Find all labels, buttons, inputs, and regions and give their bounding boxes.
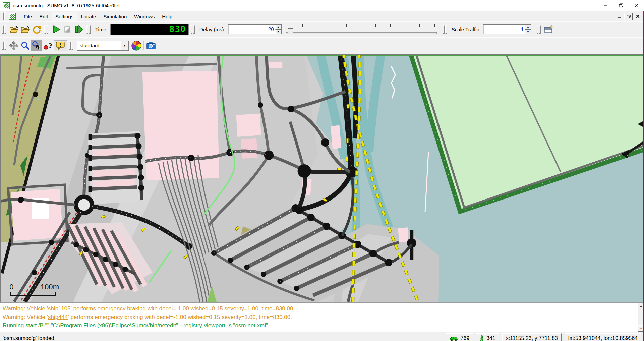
menu-simulation[interactable]: Simulation [100,12,130,21]
toolbar-grip[interactable] [69,42,73,50]
window-controls [598,0,644,11]
minimize-button[interactable] [598,0,613,11]
person-icon [480,335,484,341]
vehicle-count-button[interactable]: 769 [446,333,473,341]
delay-down-button[interactable]: ▼ [275,30,281,34]
vehicle-link[interactable]: ship444 [48,314,68,320]
scale-traffic-spinbox: 1 ▲ ▼ [483,24,531,34]
menu-file[interactable]: File [20,12,36,21]
scale-end-label: 100m [41,283,59,291]
scale-traffic-input[interactable]: 1 [483,25,525,34]
scale-up-button[interactable]: ▲ [525,25,531,30]
scale-down-button[interactable]: ▼ [525,30,531,34]
color-scheme-dropdown[interactable]: standard ▼ [77,41,129,51]
toolbar-grip[interactable] [86,25,91,34]
edit-coloring-button[interactable] [131,40,142,51]
stop-button[interactable] [62,24,73,35]
toolbar-grip[interactable] [2,42,6,50]
time-label: Time: [95,26,108,32]
message-log: Warning: Vehicle 'ship1105' performs eme… [0,302,644,332]
mdi-close-button[interactable] [634,13,642,20]
vehicle-count: 769 [461,335,470,341]
sumo-logo-button[interactable] [8,12,17,20]
mdi-minimize-button[interactable] [615,13,623,20]
roundabout [76,197,92,213]
title-bar: osm.sumocfg - SUMO v1_8_0+1925-6bf04e0fe… [0,0,644,11]
person-count: 341 [486,335,495,341]
step-icon [74,25,83,34]
open-config-button[interactable] [8,24,19,35]
toolbar-grip[interactable] [44,25,48,34]
close-icon [634,4,638,8]
slider-groove[interactable] [286,32,437,34]
scale-traffic-label: Scale Traffic: [452,26,480,32]
map-view: 0 100m [0,54,644,302]
log-line: Warning: Vehicle 'ship1105' performs eme… [3,304,635,313]
open-folder-icon [9,25,18,34]
toolbar-grip[interactable] [191,25,195,34]
close-button[interactable] [629,0,644,11]
menu-bar: File Edit Settings Locate Simulation Win… [0,11,644,21]
color-wheel-icon [131,41,141,51]
show-warnings-button[interactable]: ! [54,40,67,51]
delay-up-button[interactable]: ▲ [275,25,281,30]
car-icon [449,336,458,341]
mdi-restore-icon [627,15,631,18]
new-window-icon [544,25,553,34]
run-button[interactable] [50,24,62,35]
menu-edit[interactable]: Edit [36,12,52,21]
reload-button[interactable] [31,24,42,35]
scale-spin-buttons: ▲ ▼ [525,25,531,34]
new-view-button[interactable] [543,24,554,35]
menu-settings[interactable]: Settings [52,12,77,21]
screenshot-button[interactable] [145,40,157,51]
menubar-grip[interactable] [2,12,6,20]
toolbar-grip[interactable] [443,25,447,34]
restore-icon [619,3,623,8]
cursor-position-xy: x:11155.23, y:7711.83 [502,333,562,341]
sumo-window: osm.sumocfg - SUMO v1_8_0+1925-6bf04e0fe… [0,0,644,341]
scale-start-label: 0 [9,283,13,291]
color-scheme-value: standard [77,41,121,50]
recenter-view-button[interactable] [8,40,19,51]
magnifier-icon [21,41,30,50]
menu-help[interactable]: Help [158,12,176,21]
toggle-zoom-style-button[interactable] [31,40,42,51]
camera-icon [146,41,156,50]
person-count-button[interactable]: 341 [476,333,499,341]
toolbar-grip[interactable] [2,25,6,34]
log-line: Running start /B "" "C:\Program Files (x… [3,321,635,330]
help-button[interactable]: ? [42,40,54,51]
mdi-window-controls [615,13,642,20]
move-arrows-icon [9,41,18,50]
delay-slider[interactable] [285,23,437,36]
sumo-logo-icon [9,13,16,20]
edit-viewport-button[interactable] [19,40,31,51]
stop-icon [63,25,72,34]
play-icon [51,25,61,34]
reload-icon [32,25,41,34]
menu-locate[interactable]: Locate [77,12,100,21]
view-toolbar: ? ! standard ▼ [0,37,644,54]
delay-spin-buttons: ▲ ▼ [275,25,281,34]
open-folder-network-icon [21,25,30,34]
warning-bubble-icon: ! [56,41,65,50]
svg-text:!: ! [59,42,61,48]
help-icon: ? [43,41,53,50]
step-button[interactable] [73,24,84,35]
map-canvas[interactable]: 0 100m [1,55,643,302]
toolbar-grip[interactable] [537,25,541,34]
status-message: 'osm.sumocfg' loaded. [3,335,443,341]
vehicle-link[interactable]: ship1105 [48,305,71,312]
status-bar: 'osm.sumocfg' loaded. 769 341 x:11155.23… [0,332,644,341]
open-network-button[interactable] [19,24,31,35]
menu-windows[interactable]: Windows [130,12,158,21]
slider-ticks [288,24,435,27]
window-title: osm.sumocfg - SUMO v1_8_0+1925-6bf04e0fe… [13,3,120,8]
cursor-position-geo: lat:53.941044, lon:10.859564 [565,333,641,341]
delay-input[interactable]: 20 [228,25,275,34]
restore-button[interactable] [613,0,629,11]
dropdown-arrow-icon[interactable]: ▼ [121,41,128,50]
mdi-restore-button[interactable] [624,13,633,20]
log-line: Warning: Vehicle 'ship444' performs emer… [3,313,635,321]
